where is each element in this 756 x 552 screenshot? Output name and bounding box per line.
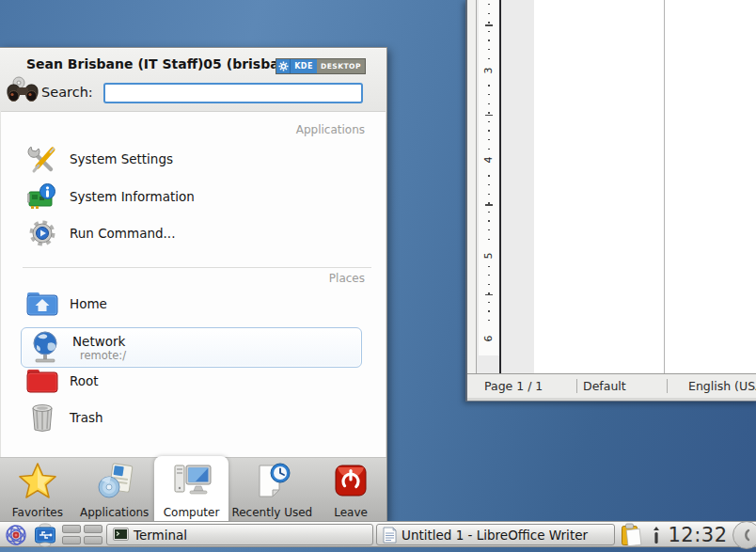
- run-command-icon: [26, 217, 58, 249]
- kickoff-tab-bar: Favorites: [0, 457, 386, 522]
- recent-clock-icon: [252, 462, 291, 503]
- menu-item-run-command[interactable]: Run Command...: [26, 216, 366, 250]
- vertical-ruler[interactable]: 3 4 5 6: [479, 0, 499, 355]
- libreoffice-writer-window[interactable]: 3 4 5 6 Page 1 / 1 Default English (USA: [465, 0, 756, 402]
- desktop: 3 4 5 6 Page 1 / 1 Default English (USA …: [0, 0, 756, 552]
- cashew-arrow-icon: [740, 528, 753, 542]
- menu-item-trash[interactable]: Trash: [26, 401, 366, 434]
- writer-document-icon: [383, 527, 397, 544]
- home-folder-icon: [26, 288, 58, 320]
- notifications-tray-button[interactable]: [649, 524, 664, 546]
- tab-label: Computer: [164, 506, 220, 519]
- writer-document-view[interactable]: 3 4 5 6: [476, 0, 756, 373]
- menu-item-label: Network: [72, 334, 126, 349]
- digital-clock[interactable]: 12:32: [666, 522, 730, 548]
- writer-status-bar: Page 1 / 1 Default English (USA: [467, 373, 756, 398]
- workspace-2[interactable]: [84, 525, 102, 533]
- menu-item-label: Run Command...: [70, 226, 175, 241]
- section-header-places: Places: [329, 272, 365, 285]
- tab-label: Applications: [80, 506, 149, 519]
- kickoff-menu: Sean Brisbane (IT Staff)05 (brisbane KDE…: [0, 47, 387, 523]
- star-icon: [18, 462, 57, 503]
- network-globe-icon: [28, 330, 62, 366]
- menu-item-label: Root: [70, 373, 99, 388]
- menu-item-label: Home: [70, 296, 107, 311]
- task-button-terminal[interactable]: Terminal: [106, 524, 373, 545]
- status-page-style[interactable]: Default: [583, 379, 626, 393]
- badge-desktop-label: DESKTOP: [317, 59, 365, 73]
- status-separator: [576, 379, 577, 393]
- panel-cashew-button[interactable]: [732, 521, 756, 549]
- text-boundary-line: [664, 0, 665, 373]
- tab-recently-used[interactable]: Recently Used: [228, 458, 315, 523]
- ruler-number: 6: [482, 328, 496, 349]
- status-page-count[interactable]: Page 1 / 1: [484, 379, 543, 393]
- kde-desktop-badge: KDE DESKTOP: [276, 58, 366, 74]
- section-header-applications: Applications: [296, 123, 365, 136]
- search-input[interactable]: [103, 83, 363, 103]
- kde-logo-icon: [276, 59, 291, 73]
- tab-label: Leave: [334, 506, 368, 519]
- window-bottom-frame: [467, 398, 756, 402]
- workspace-3[interactable]: [62, 536, 81, 544]
- status-language[interactable]: English (USA: [688, 379, 756, 393]
- workspace-1[interactable]: [62, 525, 81, 533]
- badge-kde-label: KDE: [291, 59, 317, 73]
- device-notifier-icon: [33, 523, 57, 547]
- notifications-i-icon: [652, 526, 661, 544]
- menu-item-label: Trash: [70, 410, 103, 425]
- launcher-knot-icon: [4, 523, 28, 547]
- clipboard-tray-button[interactable]: [619, 522, 645, 548]
- system-information-icon: [26, 181, 58, 213]
- taskbar-panel: Terminal Untitled 1 - LibreOffice Writer: [0, 521, 756, 547]
- menu-item-label: System Settings: [70, 151, 173, 166]
- terminal-icon: [113, 527, 129, 543]
- ruler-number: 4: [482, 150, 496, 170]
- root-folder-icon: [26, 365, 58, 397]
- trash-icon: [26, 402, 58, 434]
- workspace-pager[interactable]: [62, 525, 103, 545]
- applications-box-icon: [95, 462, 134, 503]
- system-settings-icon: [26, 143, 58, 175]
- menu-item-sublabel: remote:/: [80, 349, 126, 362]
- document-page[interactable]: [534, 0, 756, 373]
- menu-item-home[interactable]: Home: [26, 287, 366, 321]
- app-launcher-button[interactable]: [3, 523, 29, 547]
- tab-label: Favorites: [12, 506, 63, 519]
- clipboard-icon: [620, 523, 644, 547]
- task-button-writer[interactable]: Untitled 1 - LibreOffice Writer: [376, 524, 615, 545]
- search-label: Search:: [41, 85, 93, 100]
- tab-leave[interactable]: Leave: [315, 458, 386, 523]
- device-notifier-button[interactable]: [32, 523, 58, 547]
- task-label: Untitled 1 - LibreOffice Writer: [402, 528, 588, 543]
- tab-label: Recently Used: [231, 506, 312, 519]
- document-canvas-edge: [499, 0, 501, 373]
- ruler-number: 3: [482, 60, 496, 81]
- tab-favorites[interactable]: Favorites: [0, 458, 75, 523]
- menu-item-system-settings[interactable]: System Settings: [26, 142, 366, 176]
- search-icon: [5, 74, 40, 106]
- menu-item-system-information[interactable]: System Information: [26, 180, 366, 213]
- menu-item-network[interactable]: Network remote:/: [21, 327, 362, 368]
- task-label: Terminal: [134, 528, 187, 543]
- status-separator: [667, 379, 668, 393]
- ruler-number: 5: [482, 245, 496, 266]
- tab-applications[interactable]: Applications: [75, 458, 154, 523]
- user-title: Sean Brisbane (IT Staff)05 (brisbane: [26, 56, 288, 74]
- menu-item-label: System Information: [70, 189, 195, 204]
- section-divider: [23, 267, 371, 268]
- power-icon: [332, 462, 370, 503]
- workspace-4[interactable]: [84, 536, 102, 544]
- tab-computer[interactable]: Computer: [154, 456, 229, 523]
- menu-item-root[interactable]: Root: [26, 364, 366, 398]
- computer-icon: [171, 462, 213, 503]
